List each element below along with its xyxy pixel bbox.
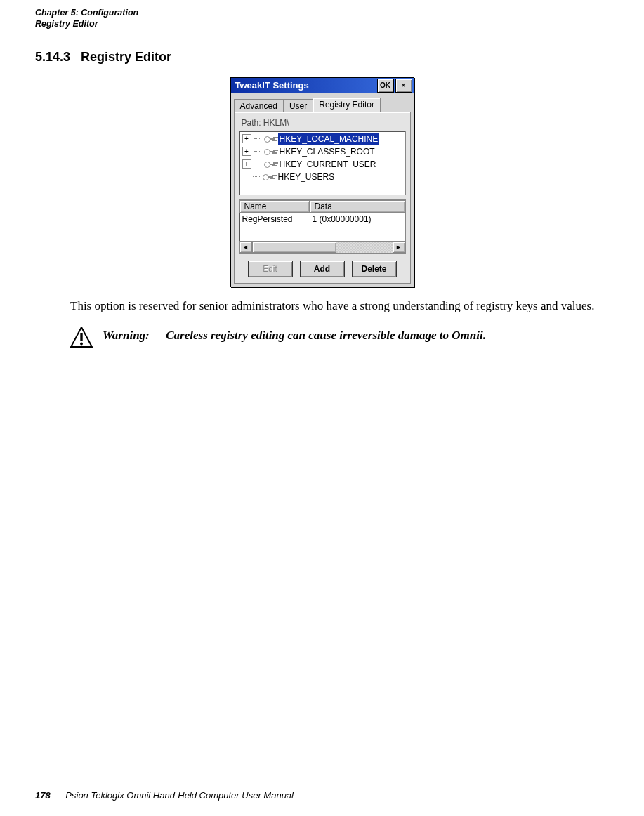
page-number: 178 [35, 790, 51, 801]
header-subtitle: Registry Editor [35, 18, 609, 29]
row-data: 1 (0x00000001) [313, 214, 405, 228]
section-heading: 5.14.3 Registry Editor [35, 50, 609, 65]
warning-block: Warning: Careless registry editing can c… [70, 327, 609, 350]
tab-strip: Advanced User Registry Editor [231, 93, 414, 112]
registry-tree[interactable]: + HKEY_LOCAL_MACHINE + HKEY_CLASSES_ROOT… [239, 131, 406, 195]
key-icon [263, 173, 274, 180]
value-listview[interactable]: Name Data RegPersisted 1 (0x00000001) ◄ … [239, 199, 406, 254]
scroll-thumb[interactable] [252, 242, 336, 253]
titlebar: TweakIT Settings OK × [231, 78, 414, 93]
tree-item[interactable]: + HKEY_CLASSES_ROOT [239, 145, 405, 158]
ok-button[interactable]: OK [377, 79, 394, 93]
warning-text: Warning: Careless registry editing can c… [103, 327, 486, 343]
page-footer: 178 Psion Teklogix Omnii Hand-Held Compu… [35, 790, 294, 801]
scroll-left-button[interactable]: ◄ [239, 242, 252, 253]
row-name: RegPersisted [239, 214, 313, 228]
tab-user[interactable]: User [283, 99, 313, 112]
horizontal-scrollbar[interactable]: ◄ ► [239, 241, 405, 253]
listview-row[interactable]: RegPersisted 1 (0x00000001) [239, 213, 405, 230]
add-button[interactable]: Add [300, 261, 345, 277]
svg-point-2 [80, 343, 83, 346]
tree-label: HKEY_USERS [277, 171, 336, 183]
svg-rect-1 [80, 333, 82, 341]
key-icon [264, 161, 275, 168]
expand-icon[interactable]: + [242, 159, 251, 169]
expand-icon [242, 173, 250, 180]
page-header: Chapter 5: Configuration Registry Editor [35, 7, 609, 30]
column-name-header[interactable]: Name [239, 200, 310, 213]
section-title: Registry Editor [81, 50, 171, 64]
path-label: Path: HKLM\ [242, 118, 405, 128]
tree-item[interactable]: HKEY_USERS [239, 171, 405, 183]
warning-icon [70, 327, 93, 350]
tweakit-window: TweakIT Settings OK × Advanced User Regi… [230, 77, 414, 287]
expand-icon[interactable]: + [242, 147, 251, 156]
figure: TweakIT Settings OK × Advanced User Regi… [35, 77, 609, 287]
tree-label: HKEY_CLASSES_ROOT [278, 146, 376, 157]
section-number: 5.14.3 [35, 50, 70, 64]
edit-button[interactable]: Edit [248, 261, 293, 277]
warning-message: Careless registry editing can cause irre… [166, 329, 486, 342]
tree-label: HKEY_CURRENT_USER [278, 159, 378, 170]
window-title: TweakIT Settings [235, 80, 377, 91]
tab-advanced[interactable]: Advanced [234, 99, 284, 112]
column-data-header[interactable]: Data [310, 200, 405, 213]
close-button[interactable]: × [395, 79, 412, 93]
scroll-right-button[interactable]: ► [393, 242, 405, 253]
tree-label: HKEY_LOCAL_MACHINE [278, 133, 380, 145]
tab-page: Path: HKLM\ + HKEY_LOCAL_MACHINE + HKEY_… [234, 112, 411, 284]
tab-registry-editor[interactable]: Registry Editor [313, 98, 381, 112]
scroll-track[interactable] [252, 242, 393, 253]
listview-headers: Name Data [239, 200, 405, 213]
tree-item[interactable]: + HKEY_LOCAL_MACHINE [239, 133, 405, 145]
chapter-line: Chapter 5: Configuration [35, 7, 609, 18]
key-icon [264, 136, 275, 143]
warning-label: Warning: [103, 329, 163, 343]
body-paragraph: This option is reserved for senior admin… [70, 298, 609, 315]
key-icon [264, 148, 275, 155]
delete-button[interactable]: Delete [352, 261, 397, 277]
button-row: Edit Add Delete [239, 261, 406, 277]
manual-title: Psion Teklogix Omnii Hand-Held Computer … [65, 790, 294, 801]
expand-icon[interactable]: + [242, 134, 251, 143]
tree-item[interactable]: + HKEY_CURRENT_USER [239, 158, 405, 171]
